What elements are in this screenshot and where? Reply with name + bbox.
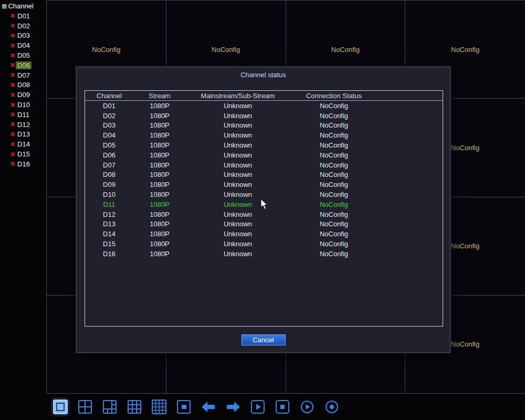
view-single-icon[interactable] bbox=[52, 399, 68, 415]
cell-connection: NoConfig bbox=[290, 220, 378, 228]
cell-channel: D11 bbox=[85, 201, 133, 208]
sidebar-item-d14[interactable]: ✕D14 bbox=[0, 139, 46, 149]
channel-label: D05 bbox=[16, 51, 32, 59]
cell-mainstream: Unknown bbox=[186, 181, 290, 188]
disconnected-x-icon: ✕ bbox=[10, 121, 15, 128]
disconnected-x-icon: ✕ bbox=[10, 61, 15, 69]
cell-connection: NoConfig bbox=[290, 121, 378, 129]
disconnected-x-icon: ✕ bbox=[10, 160, 15, 167]
channel-label: D09 bbox=[16, 91, 32, 99]
status-row-d04[interactable]: D041080PUnknownNoConfig bbox=[85, 130, 443, 140]
cell-stream: 1080P bbox=[133, 191, 186, 198]
cell-channel: D04 bbox=[85, 131, 133, 139]
cell-channel: D01 bbox=[85, 102, 133, 110]
sidebar-item-d07[interactable]: ✕D07 bbox=[0, 70, 46, 80]
cell-mainstream: Unknown bbox=[186, 220, 290, 228]
cell-connection: NoConfig bbox=[290, 191, 378, 198]
sidebar-item-d05[interactable]: ✕D05 bbox=[0, 50, 46, 60]
status-row-d15[interactable]: D151080PUnknownNoConfig bbox=[85, 239, 443, 249]
channel-label: D11 bbox=[16, 111, 31, 119]
view-pip-icon[interactable] bbox=[176, 399, 192, 415]
channel-label: D10 bbox=[16, 101, 32, 109]
sidebar-item-d10[interactable]: ✕D10 bbox=[0, 100, 46, 110]
channel-label: D15 bbox=[16, 150, 32, 158]
status-row-d12[interactable]: D121080PUnknownNoConfig bbox=[85, 209, 443, 219]
cell-connection: NoConfig bbox=[290, 131, 378, 139]
sidebar-item-d11[interactable]: ✕D11 bbox=[0, 110, 46, 120]
sidebar-item-d16[interactable]: ✕D16 bbox=[0, 159, 46, 169]
cell-connection: NoConfig bbox=[290, 161, 378, 169]
status-row-d13[interactable]: D131080PUnknownNoConfig bbox=[85, 219, 443, 229]
channel-panel-header: ▦ Channel bbox=[0, 0, 46, 11]
cell-connection: NoConfig bbox=[290, 112, 378, 120]
disconnected-x-icon: ✕ bbox=[10, 12, 15, 19]
cell-mainstream: Unknown bbox=[186, 171, 290, 178]
cell-connection: NoConfig bbox=[290, 250, 378, 258]
sidebar-item-d08[interactable]: ✕D08 bbox=[0, 80, 46, 90]
cell-channel: D05 bbox=[85, 141, 133, 149]
sidebar-item-d12[interactable]: ✕D12 bbox=[0, 120, 46, 130]
disconnected-x-icon: ✕ bbox=[10, 42, 15, 49]
channel-sidebar: ▦ Channel ✕D01✕D02✕D03✕D04✕D05✕D06✕D07✕D… bbox=[0, 0, 46, 420]
col-header-connection: Connection Status bbox=[290, 92, 378, 100]
cell-status-text: NoConfig bbox=[331, 46, 360, 54]
next-channel-icon[interactable] bbox=[225, 399, 241, 415]
playback-square-icon[interactable] bbox=[250, 399, 266, 415]
cell-channel: D09 bbox=[85, 181, 133, 188]
sidebar-item-d01[interactable]: ✕D01 bbox=[0, 11, 46, 21]
playback-circle-icon[interactable] bbox=[299, 399, 315, 415]
sidebar-item-d09[interactable]: ✕D09 bbox=[0, 90, 46, 100]
channel-label: D02 bbox=[16, 22, 32, 30]
channel-panel-title: Channel bbox=[8, 2, 33, 10]
sidebar-item-d02[interactable]: ✕D02 bbox=[0, 21, 46, 31]
view-quad-icon[interactable] bbox=[77, 399, 93, 415]
status-row-d16[interactable]: D161080PUnknownNoConfig bbox=[85, 249, 443, 259]
cell-stream: 1080P bbox=[133, 181, 186, 188]
sidebar-item-d04[interactable]: ✕D04 bbox=[0, 40, 46, 50]
cell-mainstream: Unknown bbox=[186, 211, 290, 218]
status-row-d05[interactable]: D051080PUnknownNoConfig bbox=[85, 140, 443, 150]
disconnected-x-icon: ✕ bbox=[10, 151, 15, 158]
status-row-d06[interactable]: D061080PUnknownNoConfig bbox=[85, 150, 443, 160]
record-circle-icon[interactable] bbox=[324, 399, 340, 415]
status-row-d14[interactable]: D141080PUnknownNoConfig bbox=[85, 229, 443, 239]
cell-stream: 1080P bbox=[133, 250, 186, 258]
cell-stream: 1080P bbox=[133, 102, 186, 110]
view-sixteen-icon[interactable] bbox=[151, 399, 167, 415]
cell-stream: 1080P bbox=[133, 112, 186, 120]
col-header-stream: Stream bbox=[133, 92, 186, 100]
cell-stream: 1080P bbox=[133, 141, 186, 149]
dialog-title: Channel status bbox=[77, 67, 450, 79]
cell-status-text: NoConfig bbox=[451, 242, 479, 250]
status-row-d03[interactable]: D031080PUnknownNoConfig bbox=[85, 121, 443, 131]
cell-mainstream: Unknown bbox=[186, 240, 290, 248]
cell-mainstream: Unknown bbox=[186, 201, 290, 208]
cell-mainstream: Unknown bbox=[186, 161, 290, 169]
cell-connection: NoConfig bbox=[290, 102, 378, 110]
sidebar-item-d06[interactable]: ✕D06 bbox=[0, 60, 46, 70]
cell-stream: 1080P bbox=[133, 230, 186, 238]
view-eight-icon[interactable] bbox=[102, 399, 118, 415]
prev-channel-icon[interactable] bbox=[201, 399, 216, 415]
channel-label: D01 bbox=[16, 12, 32, 20]
cell-stream: 1080P bbox=[133, 171, 186, 178]
status-row-d08[interactable]: D081080PUnknownNoConfig bbox=[85, 170, 443, 180]
disconnected-x-icon: ✕ bbox=[10, 32, 15, 39]
cell-mainstream: Unknown bbox=[186, 112, 290, 120]
cancel-button[interactable]: Cancel bbox=[242, 334, 286, 345]
sidebar-item-d15[interactable]: ✕D15 bbox=[0, 149, 46, 159]
status-row-d07[interactable]: D071080PUnknownNoConfig bbox=[85, 160, 443, 170]
cell-mainstream: Unknown bbox=[186, 250, 290, 258]
sidebar-item-d13[interactable]: ✕D13 bbox=[0, 130, 46, 140]
status-row-d09[interactable]: D091080PUnknownNoConfig bbox=[85, 180, 443, 190]
status-table-body: D011080PUnknownNoConfigD021080PUnknownNo… bbox=[85, 101, 443, 259]
record-square-icon[interactable] bbox=[275, 399, 290, 415]
status-row-d01[interactable]: D011080PUnknownNoConfig bbox=[85, 101, 443, 111]
view-nine-icon[interactable] bbox=[127, 399, 142, 415]
cell-status-text: NoConfig bbox=[451, 46, 479, 54]
sidebar-item-d03[interactable]: ✕D03 bbox=[0, 31, 46, 41]
cell-stream: 1080P bbox=[133, 121, 186, 129]
cell-channel: D07 bbox=[85, 161, 133, 169]
channel-label: D07 bbox=[16, 71, 32, 79]
status-row-d02[interactable]: D021080PUnknownNoConfig bbox=[85, 111, 443, 121]
